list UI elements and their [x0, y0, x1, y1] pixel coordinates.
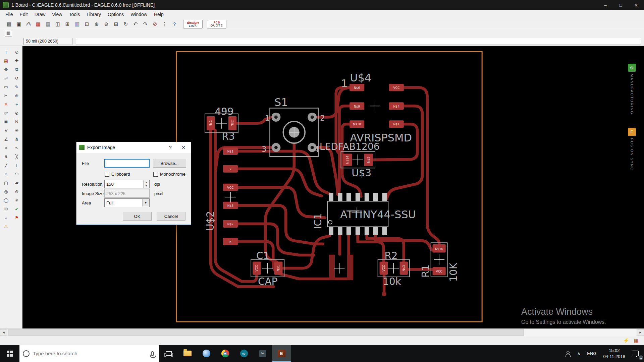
tool-button-icon[interactable]: ⊙	[12, 48, 21, 56]
horizontal-scrollbar[interactable]: ◂ ▸	[0, 328, 644, 336]
action-center-button[interactable]: 1	[629, 345, 644, 362]
tool-button-icon[interactable]: ▢	[2, 179, 10, 187]
tool-button-icon[interactable]: ╱	[2, 161, 10, 169]
toolbar-button-icon[interactable]: ⊖	[102, 20, 111, 28]
menu-item[interactable]: Draw	[31, 10, 49, 18]
toolbar-button-icon[interactable]: ▣	[14, 20, 23, 28]
grid-settings-icon[interactable]: ▦	[5, 30, 12, 37]
menu-item[interactable]: Edit	[16, 10, 31, 18]
chrome-button[interactable]	[216, 345, 234, 362]
language-indicator[interactable]: ENG	[584, 345, 600, 362]
tool-button-icon[interactable]: ✚	[12, 57, 21, 65]
close-button[interactable]: ✕	[629, 0, 644, 10]
tool-button-icon[interactable]: T	[12, 161, 21, 169]
toolbar-button-icon[interactable]: ▥	[73, 20, 82, 28]
monochrome-option[interactable]: Monochrome	[153, 172, 185, 177]
area-dropdown[interactable]: Full ▼	[104, 198, 150, 207]
scrollbar-track[interactable]	[7, 329, 637, 336]
toolbar-button-icon[interactable]: ⊘	[151, 20, 159, 28]
tool-button-icon[interactable]	[12, 222, 21, 230]
resolution-input[interactable]: 150 ▲▼	[104, 180, 150, 188]
dropdown-arrow-icon[interactable]: ▼	[142, 199, 149, 206]
component-bottom-pads[interactable]	[329, 255, 353, 280]
component-u2-connector[interactable]: N$1 2 VCC N$8 N$7 6	[223, 147, 238, 245]
toolbar-button-icon[interactable]: ↻	[121, 20, 130, 28]
tool-button-icon[interactable]: ✥	[2, 65, 10, 73]
scroll-right-icon[interactable]: ▸	[637, 329, 644, 336]
spin-down-icon[interactable]: ▼	[144, 184, 149, 188]
people-button[interactable]	[562, 345, 574, 362]
tool-button-icon[interactable]: ○	[2, 170, 10, 178]
fusion-sync-tab[interactable]: F FUSION SYNC	[627, 128, 636, 171]
browse-button[interactable]: Browse...	[153, 159, 186, 168]
manufacturing-tab[interactable]: ⚙ MANUFACTURING	[627, 64, 636, 115]
pcb-quote-button[interactable]: PCB QUOTE	[207, 20, 226, 28]
scrollbar-thumb[interactable]	[8, 329, 524, 336]
toolbar-button-icon[interactable]: ▨	[5, 20, 13, 28]
tool-button-icon[interactable]: ∿	[12, 144, 21, 152]
resolution-spinner[interactable]: ▲▼	[143, 180, 149, 188]
task-view-button[interactable]	[159, 345, 178, 362]
cancel-button[interactable]: Cancel	[157, 212, 185, 221]
clipboard-checkbox[interactable]	[105, 172, 109, 177]
menu-item[interactable]: Tools	[65, 10, 83, 18]
tool-button-icon[interactable]: ⚠	[2, 222, 10, 230]
pcb-board-drawing[interactable]: N$6 VCC N$9 N$4 N$10 N$1 N$1 N$2	[176, 51, 483, 322]
scroll-left-icon[interactable]: ◂	[0, 329, 7, 336]
component-r2[interactable]: VCC N$3	[378, 259, 410, 277]
tool-button-icon[interactable]: ▭	[2, 83, 10, 91]
tool-button-icon[interactable]: ⋔	[12, 135, 21, 143]
tool-button-icon[interactable]: ⊠	[2, 118, 10, 126]
tool-button-icon[interactable]: ✔	[12, 205, 21, 213]
toolbar-button-icon[interactable]: ◫	[53, 20, 62, 28]
tray-expand-button[interactable]: ∧	[574, 345, 584, 362]
tool-button-icon[interactable]: ↺	[12, 74, 21, 82]
toolbar-button-icon[interactable]: ⊡	[83, 20, 91, 28]
tool-button-icon[interactable]: ✂	[2, 92, 10, 100]
menu-item[interactable]: View	[49, 10, 65, 18]
tool-button-icon[interactable]: ◯	[2, 196, 10, 204]
ok-button[interactable]: OK	[123, 212, 152, 221]
toolbar-button-icon[interactable]: ⊟	[112, 20, 120, 28]
design-link-button[interactable]: design LINK	[183, 20, 203, 28]
toolbar-button-icon[interactable]: ⋮	[160, 20, 169, 28]
tool-button-icon[interactable]: +	[12, 100, 21, 108]
file-explorer-button[interactable]	[178, 345, 197, 362]
spin-up-icon[interactable]: ▲	[144, 180, 149, 184]
tool-button-icon[interactable]: V	[2, 126, 10, 134]
menu-item[interactable]: Window	[127, 10, 151, 18]
menu-item[interactable]: Options	[104, 10, 127, 18]
tool-button-icon[interactable]: ✎	[12, 83, 21, 91]
tool-button-icon[interactable]: ∠	[2, 135, 10, 143]
tool-button-icon[interactable]: ▵	[2, 214, 10, 222]
tool-button-icon[interactable]: ⇌	[2, 74, 10, 82]
command-line-input[interactable]	[76, 38, 641, 45]
toolbar-button-icon[interactable]: ▤	[44, 20, 52, 28]
tool-button-icon[interactable]: ▦	[2, 57, 10, 65]
menu-item[interactable]: Help	[151, 10, 167, 18]
tool-button-icon[interactable]: ⊚	[12, 187, 21, 195]
tool-button-icon[interactable]: ⚑	[12, 214, 21, 222]
clock[interactable]: 15:02 04-11-2018	[600, 345, 629, 362]
tool-button-icon[interactable]: ↯	[2, 153, 10, 161]
component-c1-cap[interactable]: VCC N$1	[251, 259, 284, 277]
component-led[interactable]: N$14 N$5	[341, 152, 375, 168]
tool-button-icon[interactable]: ◠	[12, 170, 21, 178]
file-input[interactable]	[104, 159, 150, 168]
toolbar-button-icon[interactable]: ↷	[141, 20, 150, 28]
tool-button-icon[interactable]: ⚙	[2, 205, 10, 213]
arduino-button[interactable]: ∞	[234, 345, 253, 362]
tool-button-icon[interactable]: ≈	[2, 144, 10, 152]
tool-button-icon[interactable]: ╳	[12, 153, 21, 161]
taskbar-search[interactable]	[19, 345, 159, 362]
toolbar-button-icon[interactable]: ▦	[34, 20, 43, 28]
dialog-help-button[interactable]: ?	[165, 142, 176, 153]
minimize-button[interactable]: –	[598, 0, 613, 10]
snipping-tool-button[interactable]: ✂	[253, 345, 272, 362]
pcb-board[interactable]: N$6 VCC N$9 N$4 N$10 N$1 N$1 N$2	[176, 51, 483, 324]
component-u4-header[interactable]: N$6 VCC N$9 N$4 N$10 N$1	[350, 84, 404, 128]
menu-item[interactable]: Library	[83, 10, 104, 18]
clipboard-option[interactable]: Clipboard	[105, 172, 130, 177]
search-input[interactable]	[33, 351, 148, 356]
toolbar-button-icon[interactable]: ⎙	[24, 20, 33, 28]
